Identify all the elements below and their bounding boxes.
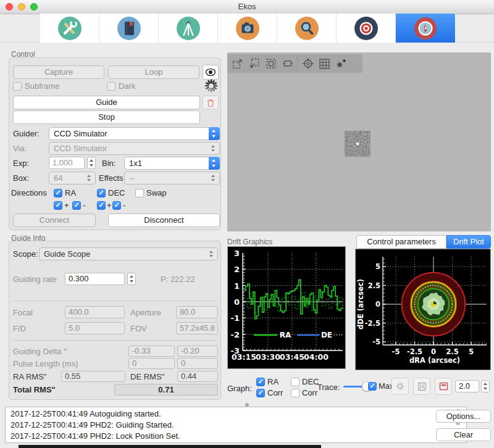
total-rms-label: Total RMS": [13, 385, 56, 394]
guiding-rate-stepper[interactable]: [127, 273, 136, 285]
connect-button[interactable]: Connect: [13, 214, 96, 227]
ra-rms-field: 0.55: [61, 371, 125, 382]
dec-plus-label: +: [107, 201, 112, 210]
fits-toolbar: [227, 54, 362, 73]
svg-text:03:15: 03:15: [232, 352, 256, 362]
separator: [13, 301, 217, 301]
tab-focus[interactable]: [277, 14, 337, 43]
options-button[interactable]: Options...: [436, 410, 491, 423]
graph-dec-label: DEC: [302, 377, 319, 386]
clear-button[interactable]: Clear: [436, 428, 491, 441]
scope-label: Scope:: [13, 249, 38, 259]
zoom-in-icon[interactable]: [229, 56, 246, 71]
guide-star-display-button[interactable]: [391, 378, 409, 395]
dec-minus-label: -: [123, 201, 125, 210]
export-graph-button[interactable]: [413, 378, 430, 395]
ra-minus-checkbox[interactable]: [72, 201, 81, 210]
svg-text:-5: -5: [392, 347, 400, 356]
bin-label: Bin:: [102, 159, 115, 168]
tab-control-parameters[interactable]: Control parameters: [356, 235, 446, 249]
focal-field: 400.0: [65, 306, 125, 318]
guide-image-view[interactable]: [227, 52, 491, 231]
trash-icon: [206, 98, 215, 107]
svg-text:03:30: 03:30: [256, 352, 280, 362]
accum-time-stepper[interactable]: [481, 380, 490, 392]
control-group: Capture Loop Subframe Dark Guide: [9, 57, 221, 230]
subframe-checkbox[interactable]: [13, 82, 22, 91]
svg-text:1: 1: [234, 281, 240, 291]
svg-text:2: 2: [234, 265, 240, 274]
dec-minus-checkbox[interactable]: [112, 201, 121, 210]
capture-button[interactable]: Capture: [13, 65, 104, 79]
module-tabstrip: [40, 14, 456, 43]
crosshair-icon[interactable]: [299, 56, 316, 71]
disconnect-button[interactable]: Disconnect: [108, 214, 220, 227]
zoom-fit-icon[interactable]: [262, 56, 279, 71]
scope-select[interactable]: Guide Scope: [39, 247, 218, 260]
stars-icon[interactable]: [333, 56, 350, 71]
actual-size-icon[interactable]: [279, 56, 296, 71]
tab-capture[interactable]: [218, 14, 277, 43]
separator: [13, 340, 217, 341]
loop-button[interactable]: Loop: [108, 65, 199, 79]
ra-direction-checkbox[interactable]: [54, 189, 62, 197]
guide-star-image[interactable]: [345, 131, 371, 157]
dec-direction-checkbox[interactable]: [97, 189, 106, 197]
svg-text:5: 5: [469, 347, 474, 356]
via-value: CCD Simulator: [54, 144, 107, 153]
svg-text:03:45: 03:45: [280, 352, 304, 362]
graph-dec-checkbox[interactable]: [291, 378, 299, 386]
exposure-stepper[interactable]: [87, 157, 96, 169]
tab-setup[interactable]: [40, 14, 99, 43]
tab-align[interactable]: [337, 14, 396, 43]
tab-drift-plot[interactable]: Drift Plot: [446, 235, 491, 249]
svg-text:dRA (arcsec): dRA (arcsec): [409, 356, 460, 365]
chevron-updown-icon: [209, 127, 220, 140]
clear-graph-button[interactable]: [435, 378, 452, 395]
svg-text:RA: RA: [280, 331, 291, 339]
subframe-eye-button[interactable]: [203, 65, 219, 80]
bin-select[interactable]: 1x1: [124, 157, 220, 170]
total-rms-field: 0.71: [114, 384, 218, 396]
guiding-delta-label: Guiding Delta ": [13, 347, 67, 356]
box-label: Box:: [13, 173, 29, 183]
guiding-rate-input[interactable]: 0.300: [65, 273, 125, 285]
graph-dec-corr-checkbox[interactable]: [291, 389, 299, 397]
graph-ra-corr-checkbox[interactable]: [256, 389, 265, 397]
grid-icon[interactable]: [316, 56, 333, 71]
effects-select[interactable]: --: [124, 172, 220, 185]
delta-de-field: -0.20: [177, 346, 218, 357]
svg-text:-2: -2: [231, 330, 240, 339]
graph-ra-checkbox[interactable]: [256, 378, 265, 386]
subframe-label: Subframe: [25, 81, 59, 91]
zoom-out-icon[interactable]: [246, 56, 262, 71]
window-title: Ekos: [0, 0, 494, 14]
capture-trash-button[interactable]: [203, 96, 219, 109]
trace-max-checkbox[interactable]: [368, 382, 377, 391]
guide-star: [356, 143, 359, 145]
toolbar-divider: [297, 57, 298, 70]
svg-text:0: 0: [431, 347, 436, 356]
tab-mount[interactable]: [159, 14, 218, 43]
setup-icon: [57, 16, 82, 41]
guide-button[interactable]: Guide: [13, 96, 200, 109]
ra-plus-checkbox[interactable]: [54, 201, 62, 210]
scope-value: Guide Scope: [44, 249, 90, 259]
stop-button[interactable]: Stop: [13, 110, 200, 124]
exposure-input[interactable]: 1.000: [49, 157, 85, 169]
svg-text:-1: -1: [231, 313, 240, 323]
drift-graphics-chart[interactable]: 3210-1-2-303:1503:3003:4504:00RADE: [228, 247, 345, 368]
tab-scheduler[interactable]: [99, 14, 159, 43]
via-select[interactable]: CCD Simulator: [49, 142, 220, 155]
tab-guide[interactable]: [396, 14, 455, 43]
log-view[interactable]: 2017-12-25T00:41:49 Autoguiding started.…: [5, 407, 467, 443]
bin-value: 1x1: [129, 159, 142, 168]
drift-plot-chart[interactable]: -5-5-2.5-2.5002.52.555dRA (arcsec)dDE (a…: [356, 249, 490, 370]
dark-checkbox[interactable]: [107, 82, 115, 91]
box-select[interactable]: 64: [49, 172, 96, 185]
guider-value: CCD Simulator: [54, 129, 107, 138]
guider-select[interactable]: CCD Simulator: [49, 127, 220, 140]
accum-time-input[interactable]: 2.0: [455, 380, 479, 392]
dec-plus-checkbox[interactable]: [97, 201, 106, 210]
swap-checkbox[interactable]: [135, 189, 144, 197]
